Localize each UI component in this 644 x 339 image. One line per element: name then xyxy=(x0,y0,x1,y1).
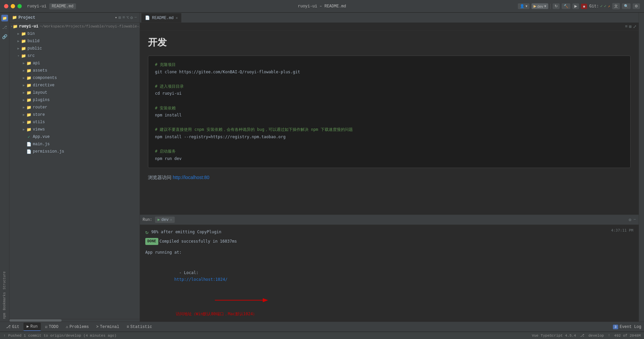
sort-icon[interactable]: ≡ xyxy=(123,15,125,20)
branch-icon: ▶ xyxy=(534,4,536,8)
title-bar-left: ruoyi-ui README.md xyxy=(27,3,76,9)
structure-tab[interactable]: Structure xyxy=(3,271,6,289)
build-chevron: ▶ xyxy=(16,39,21,44)
refresh-button[interactable]: ↻ xyxy=(553,3,560,9)
editor-toolbar: ≡ ⊞ ⤢ xyxy=(140,23,639,31)
git-status: Git: ✓ ✓ ↗ xyxy=(589,4,610,9)
tree-scrollbar-thumb xyxy=(9,319,62,322)
event-log-badge: 3 xyxy=(613,325,619,329)
views-icon: 📁 xyxy=(26,127,31,132)
commit-icon[interactable]: ⎇ xyxy=(1,23,9,31)
right-sidebar xyxy=(639,13,644,322)
tree-components[interactable]: ▶ 📁 components xyxy=(9,74,140,82)
minimize-button[interactable] xyxy=(11,4,15,8)
maximize-button[interactable] xyxy=(17,4,22,8)
run-panel: Run: ▶ dev ✕ ⚙ − 4:37:11 PM ↻ 98% after … xyxy=(140,215,639,322)
tree-api[interactable]: ▶ 📁 api xyxy=(9,60,140,67)
toolbar-list-icon[interactable]: ≡ xyxy=(625,24,628,29)
tab-label: README.md xyxy=(49,3,76,9)
filter-icon[interactable]: ⌥ xyxy=(127,15,129,20)
tree-plugins[interactable]: ▶ 📁 plugins xyxy=(9,96,140,104)
run-hide-icon[interactable]: − xyxy=(633,217,636,222)
user-button[interactable]: 👤 ▾ xyxy=(518,3,530,9)
tree-main-js[interactable]: ▶ 📄 main.js xyxy=(9,141,140,148)
editor-tabs: 📄 README.md ✕ xyxy=(140,13,639,23)
browser-link[interactable]: http://localhost:80 xyxy=(173,175,210,180)
bin-label: bin xyxy=(27,31,35,36)
tree-store[interactable]: ▶ 📁 store xyxy=(9,111,140,118)
stop-button[interactable]: ■ xyxy=(581,4,587,9)
layout-label: layout xyxy=(33,90,47,95)
tab-todo[interactable]: ☑ TODO xyxy=(42,323,62,331)
settings-button[interactable]: ⚙ xyxy=(633,3,640,9)
run-label: Run: xyxy=(143,218,152,222)
tab-run[interactable]: ▶ Run xyxy=(23,323,41,331)
status-right: Vue TypeScript 4.5.4 ⎇ develop ↑ 492 of … xyxy=(532,333,641,338)
search-button[interactable]: 🔍 xyxy=(622,3,631,9)
project-dropdown-icon[interactable]: ▾ xyxy=(115,15,117,20)
tab-terminal[interactable]: > Terminal xyxy=(93,323,123,331)
tree-assets[interactable]: ▶ 📁 assets xyxy=(9,67,140,74)
store-icon: 📁 xyxy=(26,112,31,117)
toolbar-split-icon[interactable]: ⊞ xyxy=(629,24,632,29)
tree-src[interactable]: ▾ 📁 src xyxy=(9,52,140,60)
project-icon[interactable]: 📁 xyxy=(1,15,8,21)
vcs-icon[interactable]: 🔗 xyxy=(1,33,9,41)
run-tab-close[interactable]: ✕ xyxy=(170,218,172,222)
event-log-label: Event Log xyxy=(620,325,641,329)
branch-label: dev xyxy=(537,4,543,8)
tab-problems[interactable]: ⚠ Problems xyxy=(63,323,92,331)
tree-directive[interactable]: ▶ 📁 directive xyxy=(9,82,140,89)
git-tab-icon: ⎇ xyxy=(6,324,11,329)
tree-root[interactable]: ▾ 📁 ruoyi-ui ~/Workspace/Projects/flowab… xyxy=(9,23,140,30)
bottom-right: 3 Event Log xyxy=(613,325,641,329)
tree-utils[interactable]: ▶ 📁 utils xyxy=(9,118,140,126)
tree-app-vue[interactable]: ▶ ✓ App.vue xyxy=(9,133,140,141)
editor-content: 开发 # 克隆项目 git clone https://gitee.com/Ko… xyxy=(140,31,639,215)
readme-tab-close[interactable]: ✕ xyxy=(176,16,178,20)
tree-views[interactable]: ▶ 📁 views xyxy=(9,126,140,133)
cmd-cd: cd ruoyi-ui xyxy=(155,91,181,96)
browser-text: 浏览器访问 xyxy=(148,175,171,180)
collapse-icon[interactable]: ⊞ xyxy=(118,15,121,20)
npm-tab[interactable]: npm xyxy=(3,313,6,319)
tree-bin[interactable]: ▶ 📁 bin xyxy=(9,30,140,37)
router-label: router xyxy=(33,105,47,110)
components-chevron: ▶ xyxy=(21,76,26,80)
git-check2: ✓ xyxy=(604,4,607,9)
run-settings-icon[interactable]: ⚙ xyxy=(629,217,631,223)
api-label: api xyxy=(33,61,40,66)
tree-public[interactable]: ▶ 📁 public xyxy=(9,45,140,52)
run-local-url[interactable]: http://localhost:1024/ xyxy=(174,277,228,282)
run-button[interactable]: ▶ xyxy=(572,3,579,9)
directive-chevron: ▶ xyxy=(21,83,26,88)
file-tree: ▾ 📁 ruoyi-ui ~/Workspace/Projects/flowab… xyxy=(9,23,140,319)
translate-button[interactable]: 文 xyxy=(612,3,620,9)
tree-permission-js[interactable]: ▶ 📄 permission.js xyxy=(9,148,140,155)
branch-dropdown-icon: ▾ xyxy=(544,4,546,8)
build-button[interactable]: 🔨 xyxy=(562,3,570,9)
event-log-btn[interactable]: 3 Event Log xyxy=(613,325,641,329)
tree-build[interactable]: ▶ 📁 build xyxy=(9,37,140,45)
pushed-icon: ↑ xyxy=(3,334,6,338)
hide-icon[interactable]: − xyxy=(134,15,137,20)
settings-icon: ⚙ xyxy=(635,4,638,8)
branch-button[interactable]: ▶ dev ▾ xyxy=(532,3,548,9)
close-button[interactable] xyxy=(4,4,8,8)
readme-tab[interactable]: 📄 README.md ✕ xyxy=(141,13,181,22)
tab-git[interactable]: ⎇ Git xyxy=(3,323,23,331)
tree-layout[interactable]: ▶ 📁 layout xyxy=(9,89,140,96)
layout-chevron: ▶ xyxy=(21,90,26,95)
gear-icon[interactable]: ⚙ xyxy=(130,15,133,20)
bookmarks-tab[interactable]: Bookmarks xyxy=(3,292,6,310)
run-tab-dev[interactable]: ▶ dev ✕ xyxy=(155,217,175,223)
tree-router[interactable]: ▶ 📁 router xyxy=(9,104,140,111)
toolbar-expand-icon[interactable]: ⤢ xyxy=(633,24,637,29)
run-emitting: 98% after emitting CopyPlugin xyxy=(151,229,222,235)
tab-statistic[interactable]: ≡ Statistic xyxy=(123,323,155,331)
editor-run-container: 📄 README.md ✕ ≡ ⊞ ⤢ 开发 # 克隆项目 git clone … xyxy=(140,13,639,322)
upload-icon: ↑ xyxy=(608,333,610,338)
statistic-tab-icon: ≡ xyxy=(127,325,129,329)
run-line-restart: ↻ 98% after emitting CopyPlugin xyxy=(145,228,633,237)
encoding-status: Vue TypeScript 4.5.4 xyxy=(532,333,576,338)
